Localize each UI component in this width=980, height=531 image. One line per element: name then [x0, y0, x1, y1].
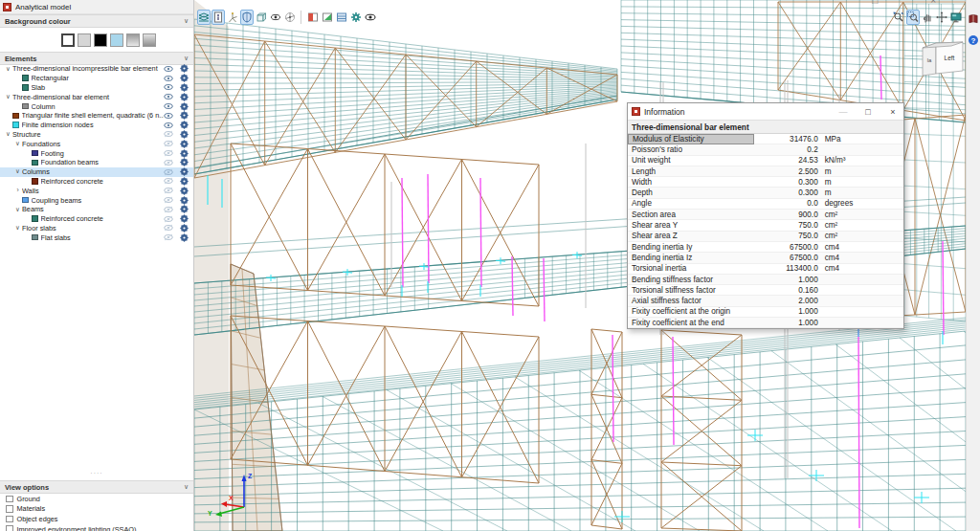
- colour-swatch-black[interactable]: [94, 33, 107, 47]
- tree-item-reinforced-concrete[interactable]: Reinforced concrete: [0, 177, 193, 187]
- checkbox-unchecked[interactable]: [6, 525, 13, 531]
- expander-open-icon[interactable]: ∨: [13, 141, 22, 147]
- gear-icon[interactable]: [180, 205, 189, 213]
- property-row-section-area[interactable]: Section area 900.0 cm²: [628, 210, 903, 220]
- property-row-axial-stiffness-factor[interactable]: Axial stiffness factor 2.000: [628, 296, 903, 306]
- checkbox-unchecked[interactable]: [6, 516, 13, 523]
- eye-hidden-icon[interactable]: [164, 177, 173, 185]
- gear-icon[interactable]: [180, 130, 189, 139]
- book-icon[interactable]: [967, 11, 980, 27]
- property-row-depth[interactable]: Depth 0.300 m: [628, 188, 903, 198]
- colour-swatch-light-gray[interactable]: [78, 33, 91, 47]
- expander-open-icon[interactable]: ∨: [4, 66, 12, 73]
- expander-open-icon[interactable]: ∨: [13, 225, 22, 232]
- dialog-title-bar[interactable]: Information — □ ×: [628, 103, 903, 120]
- tree-item-footing[interactable]: Footing: [0, 148, 193, 158]
- view-option-ground[interactable]: Ground: [0, 494, 193, 504]
- gear-icon[interactable]: [180, 111, 189, 120]
- eye-icon[interactable]: [164, 93, 173, 100]
- eye-hidden-icon[interactable]: [164, 187, 173, 194]
- colour-swatch-gradient-dark-top[interactable]: [126, 33, 140, 47]
- checkbox-unchecked[interactable]: [6, 505, 13, 513]
- gear-icon[interactable]: [180, 196, 189, 205]
- tree-item-walls[interactable]: ›Walls: [0, 186, 193, 195]
- property-row-shear-area-z[interactable]: Shear area Z 750.0 cm²: [628, 232, 903, 242]
- gear-icon[interactable]: [180, 233, 189, 242]
- gear-icon[interactable]: [180, 158, 189, 166]
- view-option-object-edges[interactable]: Object edges: [0, 514, 193, 524]
- tree-item-foundations[interactable]: ∨Foundations: [0, 139, 193, 148]
- eye-hidden-icon[interactable]: [164, 159, 173, 166]
- eye-hidden-icon[interactable]: [164, 196, 173, 204]
- gear-icon[interactable]: [180, 64, 189, 73]
- gear-icon[interactable]: [180, 224, 189, 232]
- gear-icon[interactable]: [180, 177, 189, 186]
- gear-icon[interactable]: [180, 93, 189, 101]
- tree-item-coupling-beams[interactable]: Coupling beams: [0, 195, 193, 205]
- property-row-torsional-stiffness-factor[interactable]: Torsional stiffness factor 0.160: [628, 285, 903, 296]
- eye-icon[interactable]: [164, 102, 173, 110]
- eye-hidden-icon[interactable]: [164, 149, 173, 157]
- tree-item-triangular-finite-shell-elemen[interactable]: Triangular finite shell element, quadrat…: [0, 111, 193, 121]
- expander-open-icon[interactable]: ∨: [13, 207, 22, 213]
- property-row-torsional-inertia[interactable]: Torsional inertia 113400.0 cm4: [628, 264, 903, 275]
- expander-open-icon[interactable]: ∨: [4, 131, 12, 138]
- expander-open-icon[interactable]: ∨: [4, 94, 12, 100]
- window-controls-partial[interactable]: □ ×: [872, 0, 961, 6]
- view-options-header[interactable]: View options ∨: [0, 480, 193, 494]
- tree-item-columns[interactable]: ∨Columns: [0, 167, 193, 177]
- zoom-extents-icon[interactable]: [892, 10, 905, 25]
- expander-closed-icon[interactable]: ›: [13, 188, 22, 194]
- property-row-bending-stiffness-factor[interactable]: Bending stiffness factor 1.000: [628, 275, 903, 285]
- tree-item-floor-slabs[interactable]: ∨Floor slabs: [0, 224, 193, 233]
- eye-icon[interactable]: [164, 83, 173, 91]
- property-row-width[interactable]: Width 0.300 m: [628, 177, 903, 188]
- view-option-materials[interactable]: Materials: [0, 504, 193, 515]
- colour-swatch-gradient-light-top[interactable]: [143, 33, 156, 47]
- gear-icon[interactable]: [180, 214, 189, 223]
- view-cube[interactable]: Left la: [917, 35, 967, 77]
- tripod-icon[interactable]: [226, 10, 239, 25]
- tree-item-flat-slabs[interactable]: Flat slabs: [0, 232, 193, 242]
- tree-item-structure[interactable]: ∨Structure: [0, 130, 193, 140]
- tree-item-slab[interactable]: Slab: [0, 83, 193, 93]
- help-icon[interactable]: ?: [967, 33, 980, 48]
- property-row-poisson-s-ratio[interactable]: Poisson's ratio 0.2: [628, 144, 903, 155]
- eye-hidden-icon[interactable]: [164, 215, 173, 223]
- tree-item-three-dimensional-bar-element[interactable]: ∨Three-dimensional bar element: [0, 92, 193, 101]
- property-row-bending-inertia-iz[interactable]: Bending inertia Iz 67500.0 cm4: [628, 253, 903, 263]
- eye-icon[interactable]: [164, 75, 173, 82]
- elements-header[interactable]: Elements ∨: [0, 52, 193, 65]
- tree-item-reinforced-concrete[interactable]: Reinforced concrete: [0, 214, 193, 224]
- maximize-button[interactable]: □: [858, 104, 879, 120]
- eye-icon[interactable]: [364, 10, 377, 25]
- tree-item-column[interactable]: Column: [0, 101, 193, 111]
- gear-icon[interactable]: [180, 83, 189, 92]
- property-row-unit-weight[interactable]: Unit weight 24.53 kN/m³: [628, 156, 903, 166]
- gear-icon[interactable]: [180, 167, 189, 176]
- shield-icon[interactable]: [240, 10, 254, 25]
- info-page-icon[interactable]: [212, 10, 225, 25]
- pan-hand-icon[interactable]: [921, 10, 934, 25]
- layers-icon[interactable]: [197, 10, 211, 25]
- blue-panel-icon[interactable]: [335, 10, 348, 25]
- eye-hidden-icon[interactable]: [164, 168, 173, 176]
- tree-item-three-dimensional-incompressib[interactable]: ∨Three-dimensional incompressible bar el…: [0, 64, 193, 74]
- gear-icon[interactable]: [180, 187, 189, 195]
- green-panel-icon[interactable]: [321, 10, 334, 25]
- red-panel-icon[interactable]: [306, 10, 320, 25]
- property-row-fixity-coefficient-at-the-origin[interactable]: Fixity coefficient at the origin 1.000: [628, 307, 903, 318]
- expander-open-icon[interactable]: ∨: [13, 168, 22, 175]
- eye-hidden-icon[interactable]: [164, 140, 173, 147]
- eye-hidden-icon[interactable]: [164, 233, 173, 241]
- property-row-modulus-of-elasticity[interactable]: Modulus of Elasticity 31476.0 MPa: [628, 134, 903, 144]
- minimize-button[interactable]: —: [833, 104, 854, 120]
- tree-item-beams[interactable]: ∨Beams: [0, 205, 193, 214]
- gear-icon[interactable]: [180, 140, 189, 148]
- gear-icon[interactable]: [180, 102, 189, 111]
- property-row-fixity-coefficient-at-the-end[interactable]: Fixity coefficient at the end 1.000: [628, 318, 903, 328]
- checkbox-unchecked[interactable]: [6, 496, 13, 503]
- eye-hidden-icon[interactable]: [164, 130, 173, 138]
- background-colour-header[interactable]: Background colour ∨: [0, 14, 193, 28]
- eye-hidden-icon[interactable]: [164, 224, 173, 232]
